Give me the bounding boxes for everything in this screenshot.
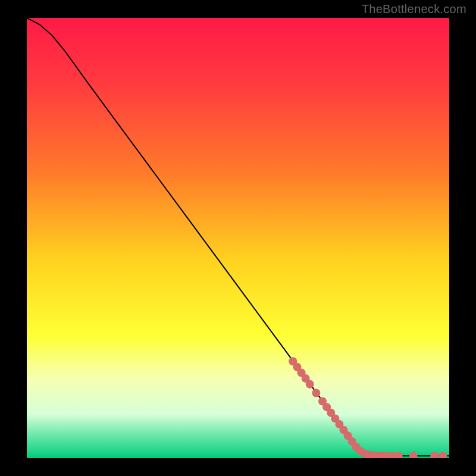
chart-stage: TheBottleneck.com (0, 0, 476, 476)
plot-area (27, 18, 449, 458)
chart-svg (27, 18, 449, 458)
watermark-text: TheBottleneck.com (362, 2, 466, 16)
highlight-dot (306, 380, 314, 389)
highlight-dot (312, 389, 320, 397)
gradient-background (27, 18, 449, 458)
